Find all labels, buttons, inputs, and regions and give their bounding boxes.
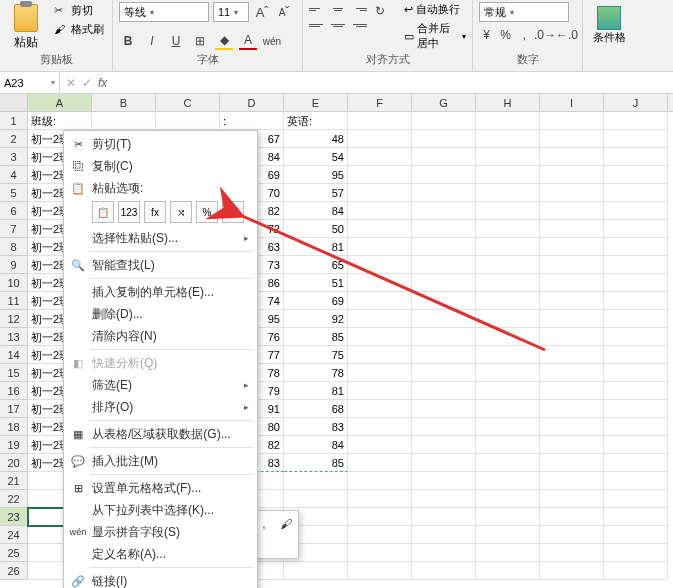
decrease-font-button[interactable]: Aˇ <box>275 3 293 21</box>
cell[interactable] <box>604 562 668 580</box>
cell[interactable] <box>412 184 476 202</box>
cell[interactable] <box>540 400 604 418</box>
cell[interactable] <box>348 382 412 400</box>
cell[interactable] <box>412 382 476 400</box>
percent-button[interactable]: % <box>498 26 513 44</box>
cell[interactable] <box>412 544 476 562</box>
row-header-14[interactable]: 14 <box>0 346 28 364</box>
font-size-combo[interactable]: 11▾ <box>213 2 249 22</box>
cell[interactable] <box>348 310 412 328</box>
cell[interactable] <box>604 130 668 148</box>
underline-button[interactable]: U <box>167 32 185 50</box>
cell[interactable] <box>284 490 348 508</box>
cell[interactable] <box>476 220 540 238</box>
cell[interactable]: 95 <box>284 166 348 184</box>
cell[interactable] <box>348 148 412 166</box>
cell[interactable] <box>604 436 668 454</box>
cancel-formula-icon[interactable]: ✕ <box>66 76 76 90</box>
row-header-22[interactable]: 22 <box>0 490 28 508</box>
italic-button[interactable]: I <box>143 32 161 50</box>
paste-all-button[interactable]: 📋 <box>92 201 114 223</box>
cell[interactable] <box>348 418 412 436</box>
cell[interactable] <box>348 472 412 490</box>
cell[interactable] <box>476 292 540 310</box>
cell[interactable]: 92 <box>284 310 348 328</box>
cell[interactable] <box>604 364 668 382</box>
comma-button[interactable]: , <box>517 26 532 44</box>
cell[interactable] <box>476 184 540 202</box>
cell[interactable] <box>348 562 412 580</box>
row-header-8[interactable]: 8 <box>0 238 28 256</box>
cell[interactable] <box>604 238 668 256</box>
cell[interactable] <box>540 310 604 328</box>
cell[interactable] <box>604 346 668 364</box>
cell[interactable] <box>604 508 668 526</box>
cell[interactable] <box>348 400 412 418</box>
cell[interactable] <box>348 220 412 238</box>
cell[interactable] <box>476 382 540 400</box>
fx-icon[interactable]: fx <box>98 76 107 90</box>
cell[interactable] <box>476 238 540 256</box>
cell[interactable] <box>348 508 412 526</box>
cell[interactable] <box>540 364 604 382</box>
paste-values-button[interactable]: 123 <box>118 201 140 223</box>
cell[interactable] <box>540 454 604 472</box>
ctx-insert-comment[interactable]: 💬插入批注(M) <box>64 450 257 472</box>
cell[interactable]: 50 <box>284 220 348 238</box>
cell[interactable] <box>476 562 540 580</box>
row-header-19[interactable]: 19 <box>0 436 28 454</box>
row-header-6[interactable]: 6 <box>0 202 28 220</box>
cell[interactable] <box>412 472 476 490</box>
cell[interactable] <box>476 130 540 148</box>
row-header-13[interactable]: 13 <box>0 328 28 346</box>
row-header-7[interactable]: 7 <box>0 220 28 238</box>
cell[interactable] <box>412 400 476 418</box>
cell[interactable] <box>540 490 604 508</box>
cell[interactable] <box>540 274 604 292</box>
decrease-decimal-button[interactable]: ←.0 <box>558 26 576 44</box>
cell[interactable] <box>476 256 540 274</box>
cell[interactable] <box>604 454 668 472</box>
cell[interactable] <box>604 220 668 238</box>
increase-font-button[interactable]: Aˆ <box>253 3 271 21</box>
cell[interactable] <box>348 184 412 202</box>
cell[interactable] <box>412 166 476 184</box>
cell[interactable] <box>476 436 540 454</box>
col-header-A[interactable]: A <box>28 94 92 111</box>
cell[interactable] <box>604 526 668 544</box>
cell[interactable] <box>604 202 668 220</box>
cell[interactable]: 75 <box>284 346 348 364</box>
cell[interactable] <box>540 328 604 346</box>
row-header-3[interactable]: 3 <box>0 148 28 166</box>
cell[interactable]: 班级: <box>28 112 92 130</box>
cell[interactable]: 81 <box>284 382 348 400</box>
cell[interactable] <box>604 274 668 292</box>
cell[interactable] <box>476 166 540 184</box>
cell[interactable] <box>476 454 540 472</box>
col-header-I[interactable]: I <box>540 94 604 111</box>
fill-color-button[interactable]: ◆ <box>215 32 233 50</box>
row-header-21[interactable]: 21 <box>0 472 28 490</box>
row-header-20[interactable]: 20 <box>0 454 28 472</box>
cell[interactable] <box>604 490 668 508</box>
row-header-26[interactable]: 26 <box>0 562 28 580</box>
cell[interactable] <box>348 202 412 220</box>
orientation-button[interactable]: ↻ <box>373 2 388 20</box>
cell[interactable]: 81 <box>284 238 348 256</box>
cell[interactable] <box>348 112 412 130</box>
cell[interactable] <box>604 256 668 274</box>
cell[interactable] <box>92 112 156 130</box>
paste-formatting-button[interactable]: % <box>196 201 218 223</box>
align-top-left[interactable] <box>309 2 327 16</box>
cell[interactable] <box>604 112 668 130</box>
paste-button[interactable]: 粘贴 <box>6 2 46 52</box>
cell[interactable] <box>540 184 604 202</box>
cell[interactable] <box>412 436 476 454</box>
row-header-17[interactable]: 17 <box>0 400 28 418</box>
cell[interactable] <box>604 472 668 490</box>
row-header-10[interactable]: 10 <box>0 274 28 292</box>
font-color-button[interactable]: A <box>239 32 257 50</box>
col-header-D[interactable]: D <box>220 94 284 111</box>
cell[interactable] <box>476 202 540 220</box>
cell[interactable] <box>604 148 668 166</box>
